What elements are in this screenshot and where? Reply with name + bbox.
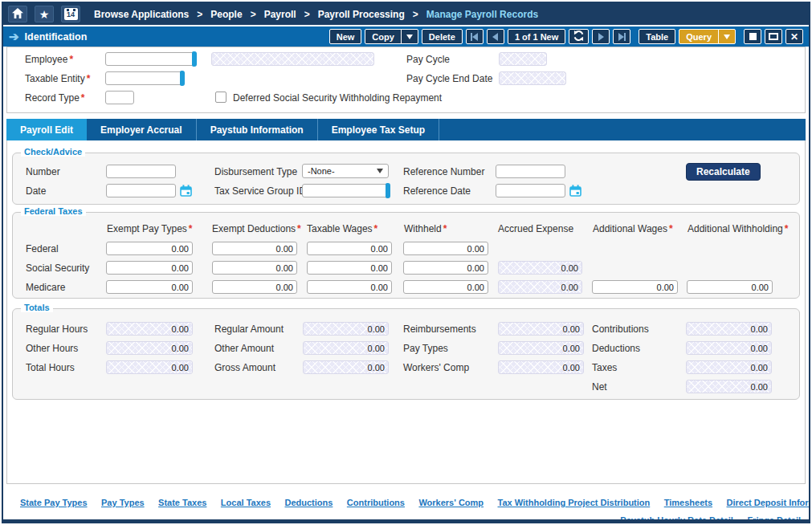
next-record-button[interactable]: [592, 29, 610, 44]
table-view-button[interactable]: Table: [639, 29, 675, 44]
breadcrumb-payroll-processing[interactable]: Payroll Processing: [318, 9, 405, 20]
required-marker: *: [669, 223, 673, 234]
calendar-picker-icon[interactable]: [180, 185, 192, 197]
check-number-input[interactable]: [106, 165, 176, 178]
link-deductions[interactable]: Deductions: [284, 498, 333, 507]
section-arrow-icon: ➔: [9, 31, 19, 43]
tab-employee-tax-setup[interactable]: Employee Tax Setup: [318, 119, 439, 140]
link-paystub-hourly-rate-detail[interactable]: Paystub Hourly Rate Detail: [620, 515, 733, 523]
query-dropdown-button[interactable]: [718, 29, 736, 44]
previous-arrow-icon: [472, 33, 478, 41]
breadcrumb: Browse Applications > People > Payroll >…: [94, 9, 538, 20]
tax-service-group-id-input[interactable]: [302, 184, 389, 197]
calendar-picker-icon[interactable]: [569, 185, 581, 197]
employee-field[interactable]: [105, 52, 195, 66]
breadcrumb-browse-applications[interactable]: Browse Applications: [94, 9, 189, 20]
tax-service-group-id-label: Tax Service Group ID: [214, 185, 306, 197]
close-window-button[interactable]: ✕: [785, 29, 803, 44]
pay-types-label: Pay Types: [403, 343, 448, 354]
restore-window-button[interactable]: [744, 29, 761, 44]
copy-dropdown-button[interactable]: [401, 29, 418, 44]
medicare-exempt-pay-types-input[interactable]: [106, 280, 193, 294]
tab-paystub-information[interactable]: Paystub Information: [197, 119, 318, 140]
refresh-button[interactable]: [569, 29, 589, 44]
tab-payroll-edit[interactable]: Payroll Edit: [6, 119, 87, 140]
regular-amount-readonly: 0.00: [303, 322, 389, 336]
required-marker: *: [87, 73, 91, 84]
number-label: Number: [26, 166, 60, 177]
column-withheld: Withheld*: [404, 223, 447, 234]
regular-amount-label: Regular Amount: [214, 324, 284, 335]
employee-label: Employee*: [25, 54, 73, 65]
query-button[interactable]: Query: [679, 29, 719, 44]
medicare-exempt-deductions-input[interactable]: [212, 280, 297, 294]
ss-exempt-deductions-input[interactable]: [212, 261, 297, 275]
reference-date-input[interactable]: [496, 184, 565, 197]
breadcrumb-separator: >: [304, 9, 310, 20]
related-links-line-2: Paystub Hourly Rate Detail Fringe Detail: [10, 512, 801, 523]
taxable-entity-input[interactable]: [105, 71, 183, 85]
reference-number-input[interactable]: [496, 165, 565, 178]
link-tax-withholding-project-distribution[interactable]: Tax Withholding Project Distribution: [498, 498, 651, 507]
link-state-pay-types[interactable]: State Pay Types: [20, 498, 88, 507]
required-marker: *: [374, 223, 378, 234]
regular-hours-readonly: 0.00: [106, 322, 193, 336]
date-label: Date: [26, 185, 46, 197]
link-state-taxes[interactable]: State Taxes: [158, 498, 206, 507]
copy-button[interactable]: Copy: [365, 29, 402, 44]
check-date-input[interactable]: [106, 184, 176, 197]
breadcrumb-people[interactable]: People: [210, 9, 242, 20]
link-fringe-detail[interactable]: Fringe Detail: [747, 515, 801, 523]
last-record-button[interactable]: [613, 29, 630, 44]
link-timesheets[interactable]: Timesheets: [664, 498, 712, 507]
related-links: State Pay Types Pay Types State Taxes Lo…: [10, 494, 801, 523]
new-button[interactable]: New: [329, 29, 362, 44]
medicare-withheld-input[interactable]: [403, 280, 488, 294]
calendar-button[interactable]: 14: [61, 6, 80, 22]
previous-record-button[interactable]: [487, 29, 504, 44]
first-record-button[interactable]: [466, 29, 484, 44]
reimbursements-readonly: 0.00: [498, 322, 584, 336]
lookup-indicator[interactable]: [192, 51, 197, 67]
favorites-button[interactable]: ★: [35, 6, 54, 22]
ss-withheld-input[interactable]: [403, 261, 488, 275]
required-marker: *: [297, 223, 301, 234]
medicare-additional-wages-input[interactable]: [592, 280, 678, 294]
home-button[interactable]: [8, 6, 27, 22]
link-workers-comp[interactable]: Workers' Comp: [418, 498, 484, 507]
ss-taxable-wages-input[interactable]: [307, 261, 392, 275]
pay-cycle-end-date-label: Pay Cycle End Date: [406, 73, 492, 84]
recalculate-button[interactable]: Recalculate: [686, 163, 761, 181]
taxable-entity-field[interactable]: [105, 71, 183, 85]
net-label: Net: [592, 381, 607, 393]
federal-exempt-deductions-input[interactable]: [212, 242, 297, 255]
lookup-indicator[interactable]: [180, 71, 185, 86]
record-type-input[interactable]: [105, 91, 134, 104]
medicare-taxable-wages-input[interactable]: [307, 280, 392, 294]
link-pay-types[interactable]: Pay Types: [101, 498, 145, 507]
tab-employer-accrual[interactable]: Employer Accrual: [87, 119, 197, 140]
federal-taxable-wages-input[interactable]: [307, 242, 392, 255]
deferred-ss-checkbox[interactable]: [215, 92, 226, 103]
link-local-taxes[interactable]: Local Taxes: [221, 498, 271, 507]
medicare-additional-withholding-input[interactable]: [687, 280, 773, 294]
breadcrumb-payroll[interactable]: Payroll: [264, 9, 296, 20]
pay-cycle-readonly: [499, 52, 547, 66]
tax-service-group-id-field[interactable]: [302, 184, 389, 197]
lookup-indicator[interactable]: [386, 183, 390, 198]
link-contributions[interactable]: Contributions: [347, 498, 405, 507]
federal-withheld-input[interactable]: [403, 242, 488, 255]
chevron-down-icon: [377, 169, 383, 173]
federal-exempt-pay-types-input[interactable]: [106, 242, 193, 255]
employee-input[interactable]: [105, 52, 195, 66]
maximize-window-button[interactable]: [765, 29, 782, 44]
disbursement-type-select[interactable]: -None-: [302, 164, 389, 178]
link-direct-deposit-information[interactable]: Direct Deposit Information: [727, 498, 811, 507]
other-hours-label: Other Hours: [26, 343, 78, 354]
next-arrow-icon: [598, 33, 604, 41]
breadcrumb-separator: >: [413, 9, 418, 20]
record-position-status: 1 of 1 New: [508, 29, 565, 44]
chevron-down-icon: [724, 35, 730, 39]
delete-button[interactable]: Delete: [422, 29, 463, 44]
ss-exempt-pay-types-input[interactable]: [106, 261, 193, 275]
